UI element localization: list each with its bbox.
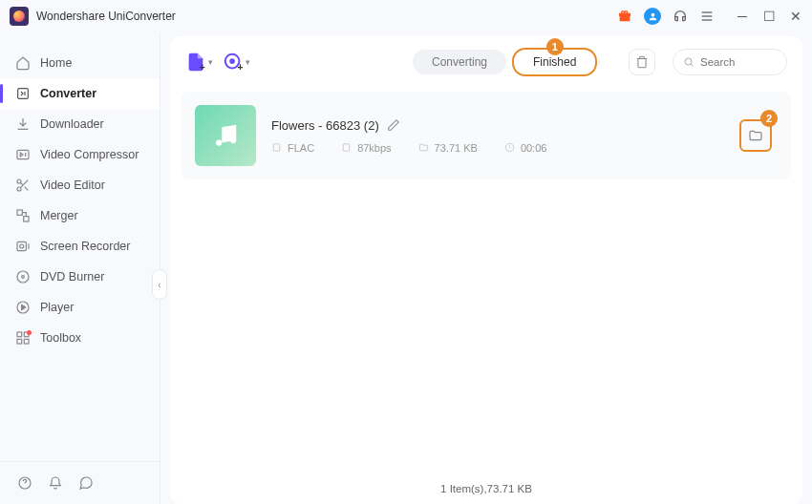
home-icon — [15, 55, 31, 71]
sidebar-item-label: Player — [40, 301, 74, 314]
svg-point-12 — [22, 276, 25, 279]
notifications-icon[interactable] — [48, 475, 63, 491]
folder-icon — [748, 128, 763, 143]
svg-rect-9 — [17, 242, 26, 250]
minimize-button[interactable]: ─ — [736, 10, 749, 23]
svg-point-25 — [216, 139, 222, 145]
tab-label: Finished — [533, 55, 576, 69]
file-bitrate: 87kbps — [341, 142, 391, 154]
svg-point-5 — [17, 179, 21, 183]
search-icon — [683, 56, 694, 68]
toolbar: + ▾ + ▾ Converting Finished 1 — [170, 36, 802, 88]
search-input[interactable] — [700, 56, 777, 68]
clock-icon — [504, 142, 515, 153]
sidebar: Home Converter Downloader Video Compress… — [0, 32, 160, 504]
sidebar-item-label: Video Compressor — [40, 148, 139, 161]
sidebar-item-label: Downloader — [40, 117, 104, 131]
sidebar-item-label: DVD Burner — [40, 270, 104, 284]
svg-point-21 — [230, 59, 234, 63]
file-format: FLAC — [271, 142, 314, 154]
sidebar-item-toolbox[interactable]: Toolbox — [0, 323, 160, 353]
callout-badge-2: 2 — [760, 110, 778, 127]
sidebar-item-video-compressor[interactable]: Video Compressor — [0, 139, 160, 170]
sidebar-item-merger[interactable]: Merger — [0, 200, 160, 231]
svg-point-10 — [20, 244, 24, 248]
menu-icon[interactable] — [699, 9, 715, 24]
user-avatar-icon[interactable] — [644, 8, 661, 25]
close-button[interactable]: ✕ — [789, 10, 802, 23]
status-summary: 1 Item(s),73.71 KB — [440, 483, 532, 494]
svg-point-6 — [17, 187, 21, 191]
svg-rect-7 — [17, 210, 22, 215]
status-bar: 1 Item(s),73.71 KB — [170, 472, 802, 504]
sidebar-collapse-button[interactable]: ‹ — [152, 269, 167, 300]
svg-point-23 — [685, 58, 692, 65]
sidebar-item-label: Screen Recorder — [40, 240, 131, 253]
feedback-icon[interactable] — [78, 475, 94, 491]
svg-point-26 — [230, 137, 236, 143]
sidebar-item-screen-recorder[interactable]: Screen Recorder — [0, 231, 160, 262]
pencil-icon — [387, 118, 400, 132]
add-file-icon: + — [185, 52, 206, 73]
sidebar-item-label: Merger — [40, 209, 78, 222]
compress-icon — [15, 147, 31, 162]
chevron-down-icon: ▾ — [208, 57, 213, 67]
clear-list-button[interactable] — [629, 49, 655, 75]
sidebar-item-dvd-burner[interactable]: DVD Burner — [0, 262, 160, 292]
sidebar-item-player[interactable]: Player — [0, 292, 160, 323]
music-note-icon — [211, 121, 240, 150]
record-icon — [15, 239, 31, 254]
content-area: + ▾ + ▾ Converting Finished 1 — [160, 32, 812, 504]
svg-point-11 — [17, 271, 29, 283]
chevron-down-icon: ▾ — [246, 57, 250, 67]
file-row[interactable]: Flowers - 66823 (2) FLAC — [182, 92, 791, 179]
merge-icon — [15, 208, 31, 223]
svg-rect-14 — [17, 332, 22, 337]
trash-icon — [635, 55, 649, 69]
title-bar: Wondershare UniConverter ─ ☐ ✕ — [0, 0, 812, 32]
notification-dot-icon — [27, 330, 32, 335]
sidebar-bottom — [0, 461, 160, 504]
file-duration: 00:06 — [504, 142, 547, 154]
file-list: Flowers - 66823 (2) FLAC — [170, 88, 802, 472]
play-icon — [15, 300, 31, 315]
help-icon[interactable] — [17, 475, 32, 491]
callout-badge-1: 1 — [546, 38, 564, 55]
sidebar-item-label: Video Editor — [40, 178, 105, 192]
app-logo — [10, 7, 29, 26]
download-icon — [15, 116, 31, 132]
rename-button[interactable] — [387, 118, 400, 132]
svg-text:+: + — [238, 62, 244, 73]
sidebar-item-label: Toolbox — [40, 331, 81, 345]
folder-icon — [418, 142, 429, 153]
add-disc-icon: + — [223, 52, 244, 73]
doc-icon — [271, 142, 282, 153]
svg-text:+: + — [200, 62, 205, 73]
sidebar-item-video-editor[interactable]: Video Editor — [0, 170, 160, 200]
svg-line-24 — [691, 64, 693, 66]
file-thumbnail — [195, 105, 256, 166]
add-disc-button[interactable]: + ▾ — [223, 52, 250, 73]
support-icon[interactable] — [673, 9, 688, 24]
add-file-button[interactable]: + ▾ — [185, 52, 213, 73]
tab-finished[interactable]: Finished 1 — [512, 48, 597, 76]
sidebar-item-label: Home — [40, 56, 72, 70]
svg-rect-27 — [273, 144, 279, 151]
svg-rect-16 — [17, 339, 22, 344]
search-input-wrapper[interactable] — [673, 49, 787, 75]
sidebar-item-converter[interactable]: Converter — [0, 78, 160, 109]
app-title: Wondershare UniConverter — [36, 10, 176, 23]
sidebar-item-home[interactable]: Home — [0, 48, 160, 78]
maximize-button[interactable]: ☐ — [762, 10, 776, 23]
disc-icon — [15, 269, 31, 284]
file-size: 73.71 KB — [418, 142, 478, 154]
svg-rect-28 — [343, 144, 349, 151]
svg-rect-8 — [24, 217, 29, 221]
tab-converting[interactable]: Converting — [413, 50, 506, 74]
convert-icon — [15, 86, 31, 101]
sidebar-item-label: Converter — [40, 87, 96, 100]
open-output-folder-button[interactable]: 2 — [739, 119, 772, 152]
sidebar-item-downloader[interactable]: Downloader — [0, 109, 160, 139]
gift-icon[interactable] — [617, 9, 632, 24]
doc-icon — [341, 142, 352, 153]
